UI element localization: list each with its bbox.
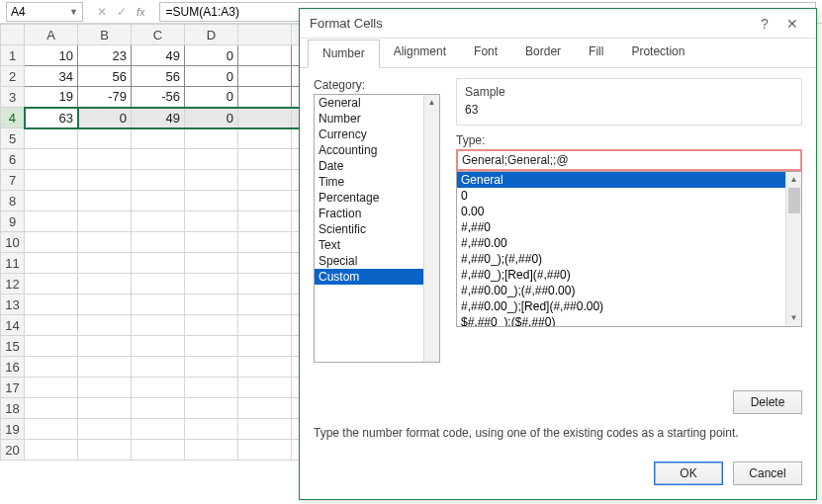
cell[interactable]: [132, 149, 185, 170]
cell[interactable]: [25, 170, 78, 191]
cell[interactable]: [25, 253, 78, 274]
row-header-18[interactable]: 18: [1, 398, 25, 419]
chevron-down-icon[interactable]: ▼: [69, 7, 78, 17]
cell[interactable]: 19: [25, 87, 78, 108]
cell[interactable]: [132, 211, 185, 232]
row-header-20[interactable]: 20: [1, 440, 25, 461]
cell[interactable]: [78, 336, 132, 357]
cell[interactable]: [238, 128, 292, 149]
cell[interactable]: 0: [185, 45, 238, 66]
delete-button[interactable]: Delete: [733, 390, 802, 414]
format-item[interactable]: General: [457, 172, 801, 188]
row-header-11[interactable]: 11: [1, 253, 25, 274]
row-header-4[interactable]: 4: [1, 108, 25, 128]
row-header-2[interactable]: 2: [1, 66, 25, 87]
cell[interactable]: [25, 128, 78, 149]
cell[interactable]: [238, 45, 292, 66]
row-header-16[interactable]: 16: [1, 357, 25, 378]
close-icon[interactable]: ✕: [778, 16, 806, 32]
cell[interactable]: [25, 274, 78, 294]
category-item[interactable]: Fraction: [315, 206, 439, 221]
cell[interactable]: [78, 357, 132, 378]
cell[interactable]: [25, 357, 78, 378]
row-header-7[interactable]: 7: [1, 170, 25, 191]
cell[interactable]: [78, 149, 132, 170]
cell[interactable]: [185, 315, 238, 336]
cell[interactable]: [78, 294, 132, 315]
col-header-D[interactable]: D: [185, 25, 238, 45]
cell[interactable]: 34: [25, 66, 78, 87]
cell[interactable]: [78, 253, 132, 274]
cell[interactable]: [238, 87, 292, 108]
tab-number[interactable]: Number: [308, 40, 380, 68]
cell[interactable]: 0: [78, 108, 132, 128]
category-item[interactable]: Text: [315, 237, 439, 253]
cell[interactable]: [25, 419, 78, 440]
cell[interactable]: [238, 149, 292, 170]
cell[interactable]: -79: [78, 87, 132, 108]
fx-icon[interactable]: fx: [137, 6, 145, 18]
tab-font[interactable]: Font: [460, 39, 511, 67]
cell[interactable]: [78, 315, 132, 336]
format-item[interactable]: 0: [457, 188, 801, 204]
cell[interactable]: [132, 274, 185, 294]
row-header-19[interactable]: 19: [1, 419, 25, 440]
row-header-17[interactable]: 17: [1, 378, 25, 398]
cell[interactable]: 0: [185, 108, 238, 128]
cell[interactable]: [238, 211, 292, 232]
format-item[interactable]: #,##0_);[Red](#,##0): [457, 267, 801, 283]
cell[interactable]: [25, 315, 78, 336]
name-box[interactable]: A4 ▼: [6, 2, 83, 22]
cell[interactable]: [238, 357, 292, 378]
cell[interactable]: 49: [132, 108, 185, 128]
format-list[interactable]: General00.00#,##0#,##0.00#,##0_);(#,##0)…: [456, 171, 802, 327]
type-input[interactable]: [456, 149, 802, 171]
cell[interactable]: [238, 232, 292, 253]
category-item[interactable]: General: [315, 95, 439, 111]
ok-button[interactable]: OK: [654, 462, 723, 485]
cell[interactable]: [185, 440, 238, 461]
cell[interactable]: [132, 357, 185, 378]
cell[interactable]: [25, 378, 78, 398]
category-item[interactable]: Special: [315, 253, 439, 269]
cell[interactable]: [78, 170, 132, 191]
cell[interactable]: [238, 378, 292, 398]
format-item[interactable]: #,##0.00: [457, 235, 801, 251]
category-item[interactable]: Number: [315, 111, 439, 126]
cell[interactable]: [78, 274, 132, 294]
cell[interactable]: [185, 378, 238, 398]
cell[interactable]: [185, 253, 238, 274]
cell[interactable]: [25, 398, 78, 419]
cell[interactable]: [25, 149, 78, 170]
row-header-9[interactable]: 9: [1, 211, 25, 232]
scroll-up-icon[interactable]: ▲: [424, 95, 439, 111]
row-header-14[interactable]: 14: [1, 315, 25, 336]
row-header-15[interactable]: 15: [1, 336, 25, 357]
cell[interactable]: [238, 398, 292, 419]
cell[interactable]: [132, 253, 185, 274]
cell[interactable]: [185, 170, 238, 191]
format-item[interactable]: #,##0_);(#,##0): [457, 251, 801, 267]
cell[interactable]: [185, 336, 238, 357]
select-all-corner[interactable]: [1, 25, 25, 45]
cell[interactable]: [238, 170, 292, 191]
category-list[interactable]: GeneralNumberCurrencyAccountingDateTimeP…: [314, 94, 440, 363]
tab-border[interactable]: Border: [511, 39, 575, 67]
row-header-1[interactable]: 1: [1, 45, 25, 66]
cell[interactable]: [185, 191, 238, 211]
cell[interactable]: [78, 232, 132, 253]
cell[interactable]: [238, 336, 292, 357]
cell[interactable]: [132, 315, 185, 336]
cell[interactable]: [238, 315, 292, 336]
scroll-thumb[interactable]: [788, 188, 800, 213]
cell[interactable]: [132, 294, 185, 315]
cell[interactable]: [185, 357, 238, 378]
cell[interactable]: [78, 419, 132, 440]
col-header-C[interactable]: C: [132, 25, 185, 45]
cell[interactable]: [185, 274, 238, 294]
cell[interactable]: [185, 128, 238, 149]
cell[interactable]: [238, 274, 292, 294]
cell[interactable]: [132, 128, 185, 149]
cell[interactable]: [238, 253, 292, 274]
scroll-down-icon[interactable]: ▼: [786, 310, 801, 326]
